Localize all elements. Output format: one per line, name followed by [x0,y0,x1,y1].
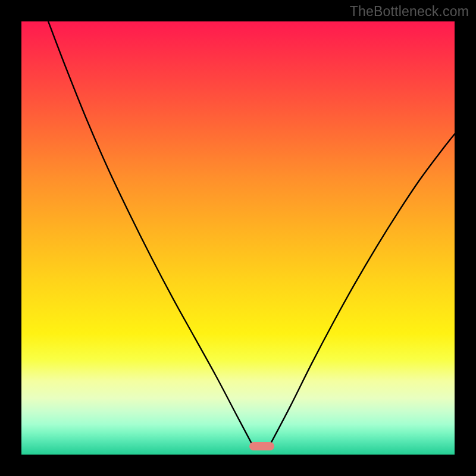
curve-svg [21,21,455,455]
chart-frame: TheBottleneck.com [0,0,476,476]
curve-left-branch [48,21,253,446]
curve-right-branch [269,134,455,446]
optimum-marker [249,442,274,450]
plot-area [21,21,455,455]
watermark-text: TheBottleneck.com [350,4,469,20]
